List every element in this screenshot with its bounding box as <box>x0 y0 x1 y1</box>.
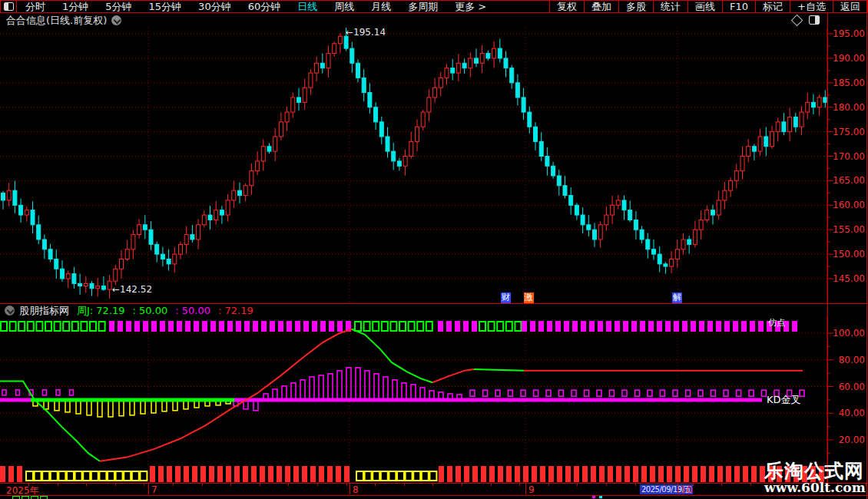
svg-text:170.00: 170.00 <box>833 151 865 162</box>
toolbar-tool-7[interactable]: +自选 <box>790 1 833 12</box>
partial-green-square <box>22 496 29 499</box>
minor-tick <box>548 484 549 486</box>
indicator-panel[interactable]: 100.0080.0060.0040.0020.00KD金叉仿点 <box>0 316 868 483</box>
period-menu: 分时1分钟5分钟15分钟30分钟60分钟日线周线月线多周期更多 > <box>17 1 495 12</box>
toolbar-period-9[interactable]: 多周期 <box>399 1 446 12</box>
month-label-8: 8 <box>353 484 359 495</box>
toolbar-tool-8[interactable]: 返回 <box>833 1 867 12</box>
partial-green-square <box>40 496 48 499</box>
month-divider <box>148 484 149 494</box>
stock-title: 合合信息(日线.前复权) <box>6 14 107 28</box>
partial-bottom-row <box>0 496 868 499</box>
price-annotation-0: ←195.14 <box>346 28 386 38</box>
svg-text:145.00: 145.00 <box>833 273 865 284</box>
title-right-icons <box>793 15 820 25</box>
main-grid: 195.00190.00185.00180.00175.00170.00165.… <box>0 28 865 303</box>
month-label-10: 10 <box>681 484 692 495</box>
toolbar-period-1[interactable]: 1分钟 <box>54 1 97 12</box>
svg-text:180.00: 180.00 <box>833 102 865 113</box>
svg-text:60.00: 60.00 <box>839 382 865 392</box>
partial-green-square <box>12 496 20 499</box>
svg-text:150.00: 150.00 <box>833 249 865 259</box>
svg-text:155.00: 155.00 <box>833 224 865 235</box>
month-divider <box>678 484 678 494</box>
toolbar-period-0[interactable]: 分时 <box>17 1 54 12</box>
svg-text:80.00: 80.00 <box>839 355 865 365</box>
event-badge-财[interactable]: 财 <box>501 292 511 303</box>
event-badge-解[interactable]: 解 <box>672 292 682 303</box>
svg-text:165.00: 165.00 <box>833 175 865 186</box>
minor-tick <box>317 484 318 486</box>
minor-tick <box>462 484 462 486</box>
indicator-param-3: : 72.19 <box>218 305 253 316</box>
partial-color-mark <box>599 496 602 498</box>
minor-tick <box>404 484 405 486</box>
main-candlestick-chart[interactable]: 195.00190.00185.00180.00175.00170.00165.… <box>0 28 868 303</box>
toolbar-tool-0[interactable]: 复权 <box>549 1 584 12</box>
indicator-param-2: : 50.00 <box>175 305 210 316</box>
indicator-param-1: : 50.00 <box>133 305 168 316</box>
month-divider <box>525 484 526 494</box>
partial-green-square <box>31 496 38 499</box>
minor-tick <box>260 484 260 486</box>
svg-text:100.00: 100.00 <box>833 328 865 339</box>
partial-color-mark <box>592 496 595 498</box>
month-label-9: 9 <box>528 484 535 495</box>
right-edge-line <box>866 0 867 499</box>
minor-tick <box>664 484 664 486</box>
time-axis[interactable]: 2025年 2025/09/19/五 78910 <box>0 483 868 496</box>
svg-text:175.00: 175.00 <box>833 127 865 137</box>
svg-text:160.00: 160.00 <box>833 200 865 210</box>
diamond-icon[interactable] <box>791 14 803 26</box>
toolbar-tool-1[interactable]: 叠加 <box>584 1 618 12</box>
indicator-param-0: 周J: 72.19 <box>77 305 125 316</box>
svg-text:40.00: 40.00 <box>839 408 865 418</box>
toolbar-tool-3[interactable]: 统计 <box>653 1 687 12</box>
toolbar-tool-5[interactable]: F10 <box>722 1 755 12</box>
split-panel-icon[interactable] <box>809 15 820 25</box>
toolbar-period-8[interactable]: 月线 <box>363 1 399 12</box>
minor-tick <box>432 484 433 486</box>
minor-tick <box>58 484 58 486</box>
indicator-name[interactable]: 股朋指标网 <box>19 304 69 318</box>
small-label: 仿点 <box>768 318 785 328</box>
minor-tick <box>144 484 144 486</box>
chevron-down-icon[interactable] <box>5 306 15 316</box>
indicator-params: 周J: 72.19: 50.00: 50.00: 72.19 <box>69 304 253 318</box>
site-watermark: 乐淘公式网 www.60lt.com <box>764 461 864 494</box>
watermark-url: www.60lt.com <box>764 481 864 494</box>
minor-tick <box>346 484 347 486</box>
toolbar-period-10[interactable]: 更多 > <box>446 1 495 12</box>
window-layout-icon[interactable] <box>1 1 17 12</box>
histogram-bars <box>2 368 804 417</box>
minor-tick <box>693 484 694 486</box>
minor-tick <box>202 484 203 486</box>
signal-label: KD金叉 <box>767 394 801 405</box>
minor-tick <box>491 484 492 486</box>
minor-tick <box>288 484 289 486</box>
minor-tick <box>86 484 87 486</box>
candles-layer <box>2 28 827 299</box>
minor-tick <box>606 484 607 486</box>
toolbar-period-7[interactable]: 周线 <box>326 1 363 12</box>
toolbar-tool-4[interactable]: 画线 <box>687 1 722 12</box>
tools-menu: 复权叠加多股统计画线F10标记+自选返回 <box>549 1 867 12</box>
toolbar-period-3[interactable]: 15分钟 <box>141 1 190 12</box>
chevron-down-icon[interactable] <box>111 15 121 25</box>
toolbar-tool-2[interactable]: 多股 <box>618 1 653 12</box>
minor-tick <box>721 484 722 486</box>
toolbar-period-6[interactable]: 日线 <box>289 1 326 12</box>
month-divider <box>350 484 350 494</box>
event-badge-激[interactable]: 激 <box>524 292 534 303</box>
minor-tick <box>375 484 376 486</box>
toolbar-period-4[interactable]: 30分钟 <box>190 1 240 12</box>
minor-tick <box>115 484 116 486</box>
svg-text:190.00: 190.00 <box>833 53 865 64</box>
toolbar-period-2[interactable]: 5分钟 <box>97 1 140 12</box>
toolbar-period-5[interactable]: 60分钟 <box>240 1 290 12</box>
price-annotation-1: ←142.52 <box>112 284 152 295</box>
toolbar-tool-6[interactable]: 标记 <box>755 1 790 12</box>
minor-tick <box>519 484 520 486</box>
svg-text:20.00: 20.00 <box>839 435 865 445</box>
minor-tick <box>230 484 231 486</box>
